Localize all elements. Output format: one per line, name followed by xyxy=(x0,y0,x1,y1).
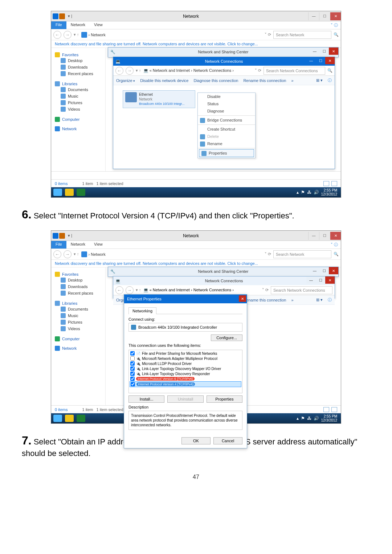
ctx-rename[interactable]: Rename xyxy=(198,140,255,147)
conn-search-input[interactable]: Search Network Connections xyxy=(264,67,325,75)
min-button[interactable]: — xyxy=(310,48,319,55)
screenshot-1: ▾ | Network — ☐ ✕ File Network View ˅ ⓘ … xyxy=(51,11,341,198)
explorer-icon[interactable] xyxy=(65,189,74,196)
sidebar-item-pictures[interactable]: Pictures xyxy=(55,99,102,106)
diagnose-button[interactable]: Diagnose this connection xyxy=(193,78,238,83)
properties-button[interactable]: Properties xyxy=(207,395,242,403)
computer-icon xyxy=(55,117,60,122)
forward-button[interactable]: → xyxy=(126,67,134,75)
sharing-center-window: 🔧Network and Sharing Center —☐✕ xyxy=(108,267,339,277)
disable-button[interactable]: Disable this network device xyxy=(140,78,188,83)
sidebar-item-downloads[interactable]: Downloads xyxy=(55,64,102,70)
adapter-name: Broadcom 440x 10/100 Integrated Controll… xyxy=(138,325,217,329)
help-button[interactable]: ⓘ xyxy=(328,78,332,83)
more-button[interactable]: » xyxy=(291,78,293,83)
ctx-diagnose[interactable]: Diagnose xyxy=(198,107,255,115)
sidebar-item-desktop[interactable]: Desktop xyxy=(55,57,102,64)
minimize-button[interactable]: — xyxy=(308,12,319,20)
flag-icon[interactable]: ⚑ xyxy=(301,190,305,194)
back-button[interactable]: ← xyxy=(115,67,123,75)
cancel-button[interactable]: Cancel xyxy=(213,437,242,444)
sidebar-libraries[interactable]: Libraries xyxy=(62,82,77,86)
breadcrumb[interactable]: › Network xyxy=(89,252,106,257)
install-button[interactable]: Install... xyxy=(128,395,164,403)
sidebar-computer[interactable]: Computer xyxy=(62,117,79,122)
app-icon-2 xyxy=(59,13,65,19)
network-tray-icon[interactable]: 🖧 xyxy=(307,190,311,194)
menu-view[interactable]: View xyxy=(90,241,107,249)
sidebar-item-videos[interactable]: Videos xyxy=(55,106,102,112)
networking-tab[interactable]: Networking xyxy=(128,307,156,314)
close-button[interactable]: ✕ xyxy=(325,57,335,64)
ipv4-item[interactable]: Internet Protocol Version 4 (TCP/IPv4) xyxy=(130,381,241,387)
sidebar-favorites[interactable]: Favorites xyxy=(62,53,78,57)
sound-icon[interactable]: 🔊 xyxy=(314,190,319,194)
ok-button[interactable]: OK xyxy=(181,437,211,444)
conn-toolbar: Organize Disable this network device Dia… xyxy=(113,76,335,85)
menu-file[interactable]: File xyxy=(51,21,66,29)
uninstall-button[interactable]: Uninstall xyxy=(167,395,203,403)
refresh-icon[interactable]: ˅ ⟳ xyxy=(265,32,271,37)
back-button[interactable]: ← xyxy=(53,250,61,258)
ctx-shortcut[interactable]: Create Shortcut xyxy=(198,126,255,133)
sidebar-network[interactable]: Network xyxy=(62,127,77,131)
help-icon[interactable]: ˅ ⓘ xyxy=(328,241,341,249)
sharing-icon: 🔧 xyxy=(110,50,115,54)
dialog-close-button[interactable]: ✕ xyxy=(239,295,246,302)
forward-button[interactable]: → xyxy=(64,31,72,39)
sidebar-item-documents[interactable]: Documents xyxy=(55,86,102,93)
max-button[interactable]: ☐ xyxy=(316,57,325,64)
adapter-name: Ethernet xyxy=(139,92,185,97)
sidebar: Favorites Desktop Downloads Recent place… xyxy=(51,48,106,171)
breadcrumb[interactable]: › Network xyxy=(89,33,106,37)
ethernet-adapter[interactable]: Ethernet Network Broadcom 440x 10/100 In… xyxy=(123,90,195,108)
ctx-properties[interactable]: Properties xyxy=(199,149,254,157)
documents-icon xyxy=(61,87,66,92)
help-icon[interactable]: ˅ ⓘ xyxy=(328,21,341,29)
step-6-text: 6.Select "Internet Protocol Version 4 (T… xyxy=(22,209,370,222)
clock[interactable]: 2:55 PM12/3/2012 xyxy=(321,188,338,196)
separator xyxy=(198,115,255,116)
maximize-button[interactable]: ☐ xyxy=(319,12,330,20)
sidebar-item-recent[interactable]: Recent places xyxy=(55,70,102,77)
description-text: Transmission Control Protocol/Internet P… xyxy=(128,411,242,430)
close-button[interactable]: ✕ xyxy=(329,48,338,55)
info-bar[interactable]: Network discovery and file sharing are t… xyxy=(51,40,341,48)
close-button[interactable]: ✕ xyxy=(330,12,341,20)
close-button[interactable]: ✕ xyxy=(330,232,341,240)
forward-button[interactable]: → xyxy=(64,250,72,258)
search-input[interactable]: Search Network xyxy=(273,31,331,39)
max-button[interactable]: ☐ xyxy=(319,48,329,55)
tray-up-icon[interactable]: ▴ xyxy=(297,190,299,194)
ctx-disable[interactable]: Disable xyxy=(198,93,255,100)
outer-titlebar-2: ▾ | Network — ☐ ✕ xyxy=(51,231,341,241)
refresh-icon[interactable]: ˅ ⟳ xyxy=(265,252,271,257)
network-icon xyxy=(81,32,87,38)
icons-view-icon[interactable] xyxy=(331,181,337,186)
conn-breadcrumb[interactable]: 💻 « Network and Internet › Network Conne… xyxy=(143,68,253,73)
details-view-icon[interactable] xyxy=(323,181,329,186)
menu-view[interactable]: View xyxy=(90,21,107,29)
conn-icon: 💻 xyxy=(115,59,121,64)
maximize-button[interactable]: ☐ xyxy=(319,232,330,240)
back-button[interactable]: ← xyxy=(53,31,61,39)
menu-file[interactable]: File xyxy=(51,241,66,249)
view-dropdown[interactable]: ⊞ ▾ xyxy=(316,78,323,83)
taskbar-app-icon[interactable] xyxy=(77,189,85,196)
sidebar-item-music[interactable]: Music xyxy=(55,93,102,99)
ctx-status[interactable]: Status xyxy=(198,100,255,107)
menu-network[interactable]: Network xyxy=(66,241,90,249)
configure-button[interactable]: Configure... xyxy=(211,335,242,341)
rename-button[interactable]: Rename this connection xyxy=(243,78,286,83)
organize-menu[interactable]: Organize xyxy=(116,78,135,83)
search-input[interactable]: Search Network xyxy=(273,250,331,258)
protocol-list[interactable]: 📄File and Printer Sharing for Microsoft … xyxy=(128,350,242,393)
taskbar: ▴ ⚑ 🖧 🔊 2:55 PM12/3/2012 xyxy=(51,187,341,197)
ctx-bridge[interactable]: Bridge Connections xyxy=(198,116,255,124)
ethernet-properties-dialog: Ethernet Properties✕ Networking Connect … xyxy=(124,294,247,448)
ie-icon[interactable] xyxy=(53,189,62,196)
minimize-button[interactable]: — xyxy=(308,232,319,240)
info-bar[interactable]: Network discovery and file sharing are t… xyxy=(51,260,341,267)
menu-network[interactable]: Network xyxy=(66,21,90,29)
min-button[interactable]: — xyxy=(306,57,316,64)
